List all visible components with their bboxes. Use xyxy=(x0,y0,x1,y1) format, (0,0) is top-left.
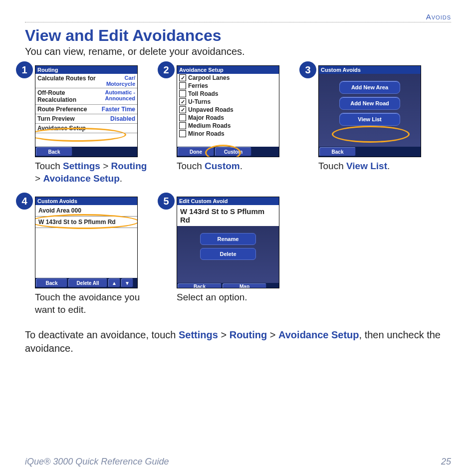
list-item[interactable]: Ferries xyxy=(177,82,279,90)
checkbox-label: Unpaved Roads xyxy=(188,106,234,113)
add-new-area-button[interactable]: Add New Area xyxy=(339,81,400,94)
page-number: 25 xyxy=(441,457,451,467)
step-5: 5 Edit Custom Avoid W 143rd St to S Pflu… xyxy=(167,197,294,316)
checkbox-icon[interactable] xyxy=(179,90,186,97)
back-button[interactable]: Back xyxy=(36,147,72,156)
checkbox-icon[interactable]: ✓ xyxy=(179,106,186,113)
checkbox-list: ✓Carpool LanesFerriesToll Roads✓U-Turns✓… xyxy=(177,74,279,147)
checkbox-label: U-Turns xyxy=(188,98,211,105)
checkbox-label: Carpool Lanes xyxy=(188,74,230,81)
back-button[interactable]: Back xyxy=(36,278,67,287)
checkbox-icon[interactable] xyxy=(179,122,186,129)
step-caption: Select an option. xyxy=(177,291,294,304)
step-caption: Touch the avoidance you want to edit. xyxy=(35,291,153,316)
step-3: 3 Custom Avoids Add New Area Add New Roa… xyxy=(308,65,436,185)
screen-title: Routing xyxy=(35,66,137,74)
table-row[interactable]: Turn PreviewDisabled xyxy=(35,114,137,124)
list-item[interactable]: Avoid Area 000 xyxy=(35,205,137,217)
avoidance-setup-screen: Avoidance Setup ✓Carpool LanesFerriesTol… xyxy=(177,65,279,157)
avoid-name: W 143rd St to S Pflumm Rd xyxy=(177,205,279,226)
table-row[interactable]: Route PreferenceFaster Time xyxy=(35,105,137,114)
step-badge: 5 xyxy=(158,193,175,210)
closing-instruction: To deactivate an avoidance, touch Settin… xyxy=(25,328,451,355)
checkbox-label: Minor Roads xyxy=(188,130,225,137)
delete-button[interactable]: Delete xyxy=(200,248,256,260)
edit-custom-avoid-screen: Edit Custom Avoid W 143rd St to S Pflumm… xyxy=(177,197,279,288)
steps-row-1: 1 Routing Calculate Routes forCar/ Motor… xyxy=(25,65,451,185)
screen-title: Avoidance Setup xyxy=(177,66,279,74)
table-row[interactable]: Avoidance Setup xyxy=(35,124,137,133)
custom-button[interactable]: Custom xyxy=(215,147,251,156)
custom-avoids-screen: Custom Avoids Add New Area Add New Road … xyxy=(318,65,421,157)
list-item[interactable]: Toll Roads xyxy=(177,90,279,98)
page-title: View and Edit Avoidances xyxy=(25,26,451,45)
section-eyebrow: Avoids xyxy=(25,12,451,22)
table-row[interactable]: Off-Route RecalculationAutomatic - Annou… xyxy=(35,88,137,105)
back-button[interactable]: Back xyxy=(178,283,222,288)
highlight-oval xyxy=(332,126,410,143)
steps-row-2: 4 Custom Avoids Avoid Area 000 W 143rd S… xyxy=(25,197,451,316)
page-footer: iQue® 3000 Quick Reference Guide 25 xyxy=(25,457,451,467)
list-item[interactable]: ✓U-Turns xyxy=(177,98,279,106)
intro-text: You can view, rename, or delete your avo… xyxy=(25,46,451,57)
checkbox-label: Medium Roads xyxy=(188,122,231,129)
delete-all-button[interactable]: Delete All xyxy=(68,278,107,287)
add-new-road-button[interactable]: Add New Road xyxy=(339,97,400,110)
list-item[interactable]: W 143rd St to S Pflumm Rd xyxy=(35,217,137,228)
list-item[interactable]: Major Roads xyxy=(177,114,279,122)
footer-title: iQue® 3000 Quick Reference Guide xyxy=(25,457,169,467)
back-button[interactable]: Back xyxy=(319,147,356,156)
map-button[interactable]: Map xyxy=(223,283,266,288)
rename-button[interactable]: Rename xyxy=(200,233,256,245)
done-button[interactable]: Done xyxy=(178,147,214,156)
checkbox-label: Major Roads xyxy=(188,114,224,121)
list-item[interactable]: ✓Carpool Lanes xyxy=(177,74,279,82)
routing-screen: Routing Calculate Routes forCar/ Motorcy… xyxy=(35,65,138,157)
arrow-up-icon[interactable]: ▲ xyxy=(108,278,120,287)
table-row[interactable]: Calculate Routes forCar/ Motorcycle xyxy=(35,74,137,88)
checkbox-label: Ferries xyxy=(188,82,208,89)
checkbox-icon[interactable] xyxy=(179,114,186,121)
checkbox-icon[interactable] xyxy=(179,130,186,137)
step-4: 4 Custom Avoids Avoid Area 000 W 143rd S… xyxy=(25,197,153,316)
screen-title: Custom Avoids xyxy=(319,66,421,74)
screen-title: Edit Custom Avoid xyxy=(177,197,279,205)
checkbox-icon[interactable]: ✓ xyxy=(179,74,186,81)
step-badge: 4 xyxy=(16,193,33,210)
step-badge: 1 xyxy=(16,61,33,78)
arrow-down-icon[interactable]: ▼ xyxy=(121,278,133,287)
step-caption: Touch Custom. xyxy=(177,160,294,173)
checkbox-icon[interactable]: ✓ xyxy=(179,98,186,105)
checkbox-icon[interactable] xyxy=(179,82,186,89)
list-item[interactable]: Medium Roads xyxy=(177,122,279,130)
list-item[interactable]: Minor Roads xyxy=(177,130,279,138)
screen-title: Custom Avoids xyxy=(35,197,137,205)
step-badge: 2 xyxy=(158,61,175,78)
list-item[interactable]: ✓Unpaved Roads xyxy=(177,106,279,114)
step-caption: Touch Settings > Routing > Avoidance Set… xyxy=(35,160,153,185)
step-1: 1 Routing Calculate Routes forCar/ Motor… xyxy=(25,65,153,185)
checkbox-label: Toll Roads xyxy=(188,90,218,97)
step-badge: 3 xyxy=(299,61,316,78)
custom-avoids-list-screen: Custom Avoids Avoid Area 000 W 143rd St … xyxy=(35,197,138,288)
step-2: 2 Avoidance Setup ✓Carpool LanesFerriesT… xyxy=(167,65,294,185)
step-caption: Touch View List. xyxy=(318,160,436,173)
view-list-button[interactable]: View List xyxy=(339,113,400,126)
